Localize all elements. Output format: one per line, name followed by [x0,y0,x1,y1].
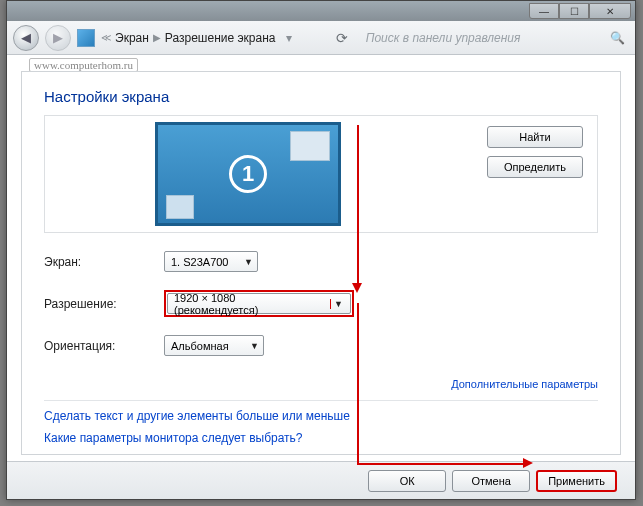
resolution-label: Разрешение: [44,297,164,311]
monitor-number-badge: 1 [229,155,267,193]
resolution-select[interactable]: 1920 × 1080 (рекомендуется) ▼ [167,293,351,314]
refresh-icon[interactable]: ⟳ [336,30,348,46]
breadcrumb[interactable]: ≪ Экран ▶ Разрешение экрана ▾ [101,31,292,45]
advanced-settings-link[interactable]: Дополнительные параметры [44,378,598,390]
preview-window-icon [290,131,330,161]
maximize-button[interactable]: ☐ [559,3,589,19]
dialog-footer: ОК Отмена Применить [7,461,635,499]
breadcrumb-parent[interactable]: Экран [115,31,149,45]
text-size-link[interactable]: Сделать текст и другие элементы больше и… [44,409,598,423]
preview-window-icon [166,195,194,219]
back-button[interactable]: ◀ [13,25,39,51]
arrowhead-icon [352,283,362,293]
chevron-down-icon: ▼ [244,341,259,351]
breadcrumb-current[interactable]: Разрешение экрана [165,31,276,45]
minimize-button[interactable]: — [529,3,559,19]
content-panel: Настройки экрана 1 Найти Определить Экра… [21,71,621,455]
orientation-select[interactable]: Альбомная ▼ [164,335,264,356]
orientation-value: Альбомная [171,340,229,352]
monitor-thumbnail[interactable]: 1 [155,122,341,226]
screen-value: 1. S23A700 [171,256,229,268]
monitor-help-link[interactable]: Какие параметры монитора следует выбрать… [44,431,598,445]
detect-button[interactable]: Определить [487,156,583,178]
chevron-right-icon: ▶ [153,32,161,43]
breadcrumb-dropdown-icon[interactable]: ▾ [286,31,292,45]
orientation-label: Ориентация: [44,339,164,353]
settings-window: — ☐ ✕ ◀ ▶ ≪ Экран ▶ Разрешение экрана ▾ … [6,0,636,500]
find-button[interactable]: Найти [487,126,583,148]
search-icon[interactable]: 🔍 [610,31,625,45]
close-button[interactable]: ✕ [589,3,631,19]
screen-label: Экран: [44,255,164,269]
watermark: www.computerhom.ru [29,58,138,72]
chevron-down-icon: ▼ [238,257,253,267]
chevron-down-icon: ▼ [330,299,346,309]
screen-select[interactable]: 1. S23A700 ▼ [164,251,258,272]
apply-button[interactable]: Применить [536,470,617,492]
chevron-left-icon: ≪ [101,32,111,43]
monitor-preview: 1 Найти Определить [44,115,598,233]
divider [44,400,598,401]
search-input[interactable]: Поиск в панели управления [366,31,566,45]
forward-button[interactable]: ▶ [45,25,71,51]
cancel-button[interactable]: Отмена [452,470,530,492]
titlebar: — ☐ ✕ [7,1,635,21]
resolution-value: 1920 × 1080 (рекомендуется) [174,292,322,316]
control-panel-icon [77,29,95,47]
ok-button[interactable]: ОК [368,470,446,492]
arrowhead-icon [523,458,533,468]
nav-bar: ◀ ▶ ≪ Экран ▶ Разрешение экрана ▾ ⟳ Поис… [7,21,635,55]
page-title: Настройки экрана [44,88,598,105]
resolution-highlight: 1920 × 1080 (рекомендуется) ▼ [164,290,354,317]
